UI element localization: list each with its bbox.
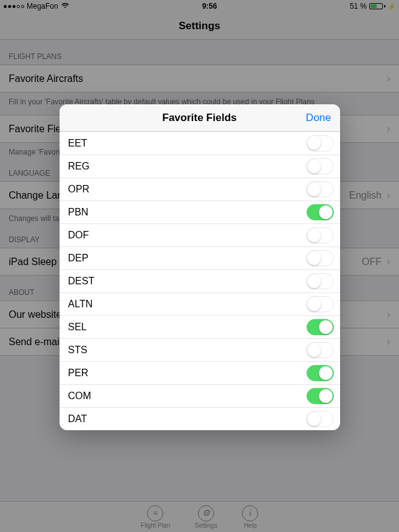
field-label: STS bbox=[68, 345, 87, 356]
field-row-opr: OPR bbox=[60, 178, 340, 201]
toggle-dest[interactable] bbox=[307, 273, 334, 289]
field-label: COM bbox=[68, 390, 91, 402]
modal-list: EETREGOPRPBNDOFDEPDESTALTNSELSTSPERCOMDA… bbox=[60, 132, 340, 430]
toggle-sel[interactable] bbox=[307, 319, 334, 335]
toggle-sts[interactable] bbox=[307, 342, 334, 358]
toggle-opr[interactable] bbox=[307, 181, 334, 197]
field-row-dof: DOF bbox=[60, 223, 340, 246]
field-row-sts: STS bbox=[60, 338, 340, 361]
toggle-dep[interactable] bbox=[307, 250, 334, 266]
favorite-fields-modal: Favorite Fields Done EETREGOPRPBNDOFDEPD… bbox=[60, 104, 340, 430]
field-label: PER bbox=[68, 367, 89, 379]
modal-title: Favorite Fields bbox=[163, 112, 237, 124]
field-label: DEP bbox=[68, 253, 89, 264]
toggle-dat[interactable] bbox=[307, 411, 334, 427]
toggle-dof[interactable] bbox=[307, 227, 334, 243]
done-button[interactable]: Done bbox=[306, 112, 331, 124]
field-label: REG bbox=[68, 161, 90, 172]
field-row-eet: EET bbox=[60, 132, 340, 155]
field-row-sel: SEL bbox=[60, 315, 340, 338]
field-row-dat: DAT bbox=[60, 407, 340, 430]
field-label: PBN bbox=[68, 207, 89, 218]
field-label: ALTN bbox=[68, 299, 93, 310]
toggle-reg[interactable] bbox=[307, 158, 334, 174]
field-row-dest: DEST bbox=[60, 269, 340, 292]
field-row-com: COM bbox=[60, 384, 340, 407]
field-label: DAT bbox=[68, 413, 87, 425]
field-row-per: PER bbox=[60, 361, 340, 384]
field-row-reg: REG bbox=[60, 155, 340, 178]
field-label: OPR bbox=[68, 184, 90, 195]
field-row-altn: ALTN bbox=[60, 292, 340, 315]
field-row-pbn: PBN bbox=[60, 201, 340, 223]
toggle-eet[interactable] bbox=[307, 135, 334, 151]
toggle-pbn[interactable] bbox=[307, 204, 334, 220]
field-row-dep: DEP bbox=[60, 246, 340, 269]
field-label: SEL bbox=[68, 322, 87, 333]
toggle-per[interactable] bbox=[307, 365, 334, 381]
field-label: EET bbox=[68, 138, 87, 149]
toggle-com[interactable] bbox=[307, 388, 334, 404]
field-label: DOF bbox=[68, 230, 89, 241]
modal-header: Favorite Fields Done bbox=[60, 104, 340, 132]
field-label: DEST bbox=[68, 276, 95, 287]
toggle-altn[interactable] bbox=[307, 296, 334, 312]
